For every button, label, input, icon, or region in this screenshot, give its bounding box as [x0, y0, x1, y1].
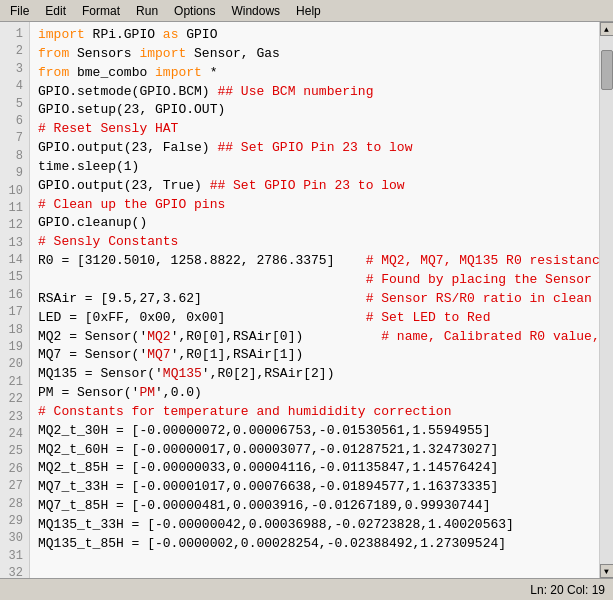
line-num: 21: [4, 374, 23, 391]
code-line: GPIO.setmode(GPIO.BCM) ## Use BCM number…: [38, 83, 591, 102]
line-num: 20: [4, 356, 23, 373]
menu-format[interactable]: Format: [76, 2, 126, 20]
menu-windows[interactable]: Windows: [225, 2, 286, 20]
code-line: time.sleep(1): [38, 158, 591, 177]
code-line: GPIO.output(23, False) ## Set GPIO Pin 2…: [38, 139, 591, 158]
code-line: MQ135 = Sensor('MQ135',R0[2],RSAir[2]): [38, 365, 591, 384]
line-num: 6: [4, 113, 23, 130]
line-num: 30: [4, 530, 23, 547]
code-line: MQ7_t_33H = [-0.00001017,0.00076638,-0.0…: [38, 478, 591, 497]
menu-options[interactable]: Options: [168, 2, 221, 20]
line-num: 31: [4, 548, 23, 565]
scroll-down[interactable]: ▼: [600, 564, 614, 578]
code-line: MQ7_t_85H = [-0.00000481,0.0003916,-0.01…: [38, 497, 591, 516]
line-num: 10: [4, 183, 23, 200]
line-num: 12: [4, 217, 23, 234]
line-num: 1: [4, 26, 23, 43]
line-num: 23: [4, 409, 23, 426]
line-num: 15: [4, 269, 23, 286]
code-line: from bme_combo import *: [38, 64, 591, 83]
line-num: 18: [4, 322, 23, 339]
code-line: MQ2_t_60H = [-0.00000017,0.00003077,-0.0…: [38, 441, 591, 460]
code-line: # Sensly Constants: [38, 233, 591, 252]
line-num: 11: [4, 200, 23, 217]
line-num: 16: [4, 287, 23, 304]
menu-help[interactable]: Help: [290, 2, 327, 20]
code-line: GPIO.cleanup(): [38, 214, 591, 233]
line-num: 5: [4, 96, 23, 113]
menubar: File Edit Format Run Options Windows Hel…: [0, 0, 613, 22]
menu-edit[interactable]: Edit: [39, 2, 72, 20]
scroll-up[interactable]: ▲: [600, 22, 614, 36]
code-line: LED = [0xFF, 0x00, 0x00] # Set LED to Re…: [38, 309, 591, 328]
code-line: MQ135_t_85H = [-0.0000002,0.00028254,-0.…: [38, 535, 591, 554]
line-num: 7: [4, 130, 23, 147]
menu-file[interactable]: File: [4, 2, 35, 20]
code-line: # Clean up the GPIO pins: [38, 196, 591, 215]
line-num: 25: [4, 443, 23, 460]
line-num: 3: [4, 61, 23, 78]
line-num: 13: [4, 235, 23, 252]
code-line: # Reset Sensly HAT: [38, 120, 591, 139]
code-content[interactable]: import RPi.GPIO as GPIOfrom Sensors impo…: [30, 22, 599, 578]
code-line: MQ2_t_30H = [-0.00000072,0.00006753,-0.0…: [38, 422, 591, 441]
line-num: 14: [4, 252, 23, 269]
code-line: import RPi.GPIO as GPIO: [38, 26, 591, 45]
line-num: 2: [4, 43, 23, 60]
code-line: from Sensors import Sensor, Gas: [38, 45, 591, 64]
editor: 1234567891011121314151617181920212223242…: [0, 22, 613, 578]
code-line: # Found by placing the Sensor in a c: [38, 271, 591, 290]
code-line: R0 = [3120.5010, 1258.8822, 2786.3375] #…: [38, 252, 591, 271]
line-num: 9: [4, 165, 23, 182]
line-num: 4: [4, 78, 23, 95]
line-num: 24: [4, 426, 23, 443]
code-line: # Constants for temperature and humididi…: [38, 403, 591, 422]
line-num: 22: [4, 391, 23, 408]
code-line: MQ2 = Sensor('MQ2',R0[0],RSAir[0]) # nam…: [38, 328, 591, 347]
line-numbers: 1234567891011121314151617181920212223242…: [0, 22, 30, 578]
scroll-thumb[interactable]: [601, 50, 613, 90]
line-num: 27: [4, 478, 23, 495]
line-num: 29: [4, 513, 23, 530]
line-num: 8: [4, 148, 23, 165]
code-line: MQ7 = Sensor('MQ7',R0[1],RSAir[1]): [38, 346, 591, 365]
code-line: MQ2_t_85H = [-0.00000033,0.00004116,-0.0…: [38, 459, 591, 478]
code-line: RSAir = [9.5,27,3.62] # Sensor RS/R0 rat…: [38, 290, 591, 309]
line-num: 17: [4, 304, 23, 321]
line-num: 32: [4, 565, 23, 578]
code-line: GPIO.setup(23, GPIO.OUT): [38, 101, 591, 120]
line-num: 28: [4, 496, 23, 513]
code-line: GPIO.output(23, True) ## Set GPIO Pin 23…: [38, 177, 591, 196]
line-num: 26: [4, 461, 23, 478]
menu-run[interactable]: Run: [130, 2, 164, 20]
code-line: MQ135_t_33H = [-0.00000042,0.00036988,-0…: [38, 516, 591, 535]
cursor-position: Ln: 20 Col: 19: [530, 583, 605, 597]
scrollbar[interactable]: ▲ ▼: [599, 22, 613, 578]
line-num: 19: [4, 339, 23, 356]
code-line: PM = Sensor('PM',0.0): [38, 384, 591, 403]
statusbar: Ln: 20 Col: 19: [0, 578, 613, 600]
